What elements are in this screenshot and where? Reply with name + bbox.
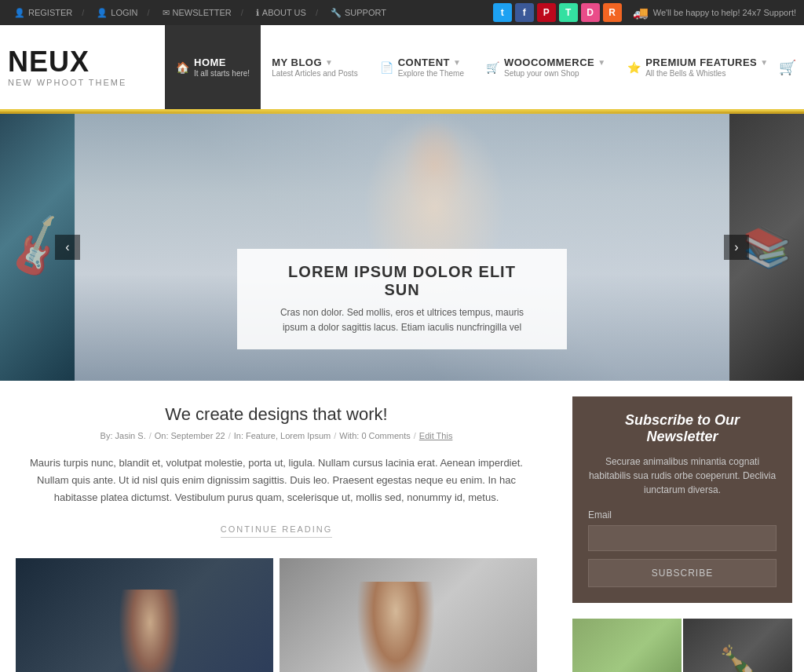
content-area: We create designs that work! By: Jasin S… (0, 381, 804, 672)
hero-slider: ‹ LOREM IPSUM DOLOR ELIT SUN Cras non do… (0, 114, 804, 381)
thumb-item-2 (280, 558, 537, 672)
sidebar-images (572, 619, 792, 672)
continue-reading: CONTINUE READING (16, 522, 537, 535)
article-title: We create designs that work! (16, 404, 537, 425)
content-dropdown-arrow: ▼ (453, 58, 461, 67)
support-icon: 🔧 (331, 8, 342, 18)
logo[interactable]: NEUX NEW WPHOOT THEME (8, 48, 165, 87)
dribbble-icon[interactable]: D (581, 3, 600, 22)
truck-icon: 🚚 (633, 5, 649, 20)
nav-home-sub: It all starts here! (194, 69, 250, 78)
newsletter-title: Subscribe to Our Newsletter (588, 412, 777, 445)
slider-prev-button[interactable]: ‹ (55, 235, 80, 260)
email-field[interactable] (588, 525, 777, 551)
about-icon: ℹ (256, 8, 259, 18)
newsletter-icon: ✉ (163, 8, 170, 18)
header: NEUX NEW WPHOOT THEME 🏠 HOME It all star… (0, 25, 804, 111)
thumb-image-1[interactable] (16, 558, 273, 672)
nav-blog-sub: Latest Articles and Posts (272, 69, 358, 78)
facebook-icon[interactable]: f (515, 3, 534, 22)
logo-title: NEUX (8, 48, 165, 76)
register-link[interactable]: 👤 REGISTER (8, 8, 90, 18)
nav-icons: 🛒 🔍 (779, 25, 804, 109)
user-icon: 👤 (14, 8, 25, 18)
subscribe-button[interactable]: SUBSCRIBE (588, 559, 777, 587)
main-content: We create designs that work! By: Jasin S… (0, 381, 561, 672)
slider-main: LOREM IPSUM DOLOR ELIT SUN Cras non dolo… (75, 114, 729, 381)
main-nav: 🏠 HOME It all starts here! MY BLOG ▼ Lat… (165, 25, 804, 109)
slider-next-button[interactable]: › (724, 235, 749, 260)
newsletter-description: Securae animalibus minantia cognati habi… (588, 455, 777, 497)
top-bar: 👤 REGISTER 👤 LOGIN ✉ NEWSLETTER ℹ ABOUT … (0, 0, 804, 25)
home-icon: 🏠 (176, 61, 189, 74)
nav-woo-sub: Setup your own Shop (504, 69, 605, 78)
article-meta: By: Jasin S. / On: September 22 / In: Fe… (16, 431, 537, 440)
newsletter-box: Subscribe to Our Newsletter Securae anim… (572, 396, 792, 603)
top-bar-right: t f P T D R 🚚 We'll be happy to help! 24… (493, 3, 796, 22)
woo-dropdown-arrow: ▼ (598, 58, 605, 67)
meta-with: With: 0 Comments (339, 431, 410, 440)
nav-premium-sub: All the Bells & Whistles (645, 69, 768, 78)
about-link[interactable]: ℹ ABOUT US (250, 8, 324, 18)
support-text: 🚚 We'll be happy to help! 24x7 Support! (633, 5, 796, 20)
thumbnails-row (16, 558, 537, 672)
nav-home-label: HOME (194, 57, 250, 68)
article-body: Mauris turpis nunc, blandit et, volutpat… (16, 455, 537, 506)
thumb-image-2[interactable] (280, 558, 537, 672)
pinterest-icon[interactable]: P (537, 3, 556, 22)
twitter-icon[interactable]: t (493, 3, 512, 22)
top-bar-links: 👤 REGISTER 👤 LOGIN ✉ NEWSLETTER ℹ ABOUT … (8, 8, 393, 18)
thumb-item-1 (16, 558, 273, 672)
nav-item-content[interactable]: 📄 CONTENT ▼ Explore the Theme (369, 25, 475, 109)
slider-caption-text: Cras non dolor. Sed mollis, eros et ultr… (269, 305, 535, 335)
meta-edit[interactable]: Edit This (419, 431, 453, 440)
premium-dropdown-arrow: ▼ (760, 58, 768, 67)
support-link[interactable]: 🔧 SUPPORT (324, 8, 393, 18)
sidebar-image-2[interactable] (683, 619, 792, 672)
meta-in: In: Feature, Lorem Ipsum (234, 431, 331, 440)
premium-icon: ⭐ (627, 61, 641, 74)
nav-blog-label: MY BLOG (272, 57, 322, 68)
sidebar: Subscribe to Our Newsletter Securae anim… (561, 381, 804, 672)
nav-content-label: CONTENT (398, 57, 450, 68)
nav-woo-label: WOOCOMMERCE (504, 57, 594, 68)
cart-icon[interactable]: 🛒 (779, 59, 796, 76)
email-label: Email (588, 509, 777, 520)
nav-item-blog[interactable]: MY BLOG ▼ Latest Articles and Posts (261, 25, 369, 109)
newsletter-link[interactable]: ✉ NEWSLETTER (156, 8, 250, 18)
tripadvisor-icon[interactable]: T (559, 3, 578, 22)
nav-item-woocommerce[interactable]: 🛒 WOOCOMMERCE ▼ Setup your own Shop (475, 25, 616, 109)
slider-caption: LOREM IPSUM DOLOR ELIT SUN Cras non dolo… (237, 249, 567, 349)
nav-content-sub: Explore the Theme (398, 69, 464, 78)
meta-by: By: Jasin S. (100, 431, 146, 440)
content-icon: 📄 (380, 61, 393, 74)
sidebar-image-1[interactable] (572, 619, 682, 672)
woocommerce-icon: 🛒 (486, 61, 499, 74)
rss-icon[interactable]: R (603, 3, 622, 22)
nav-premium-label: PREMIUM FEATURES (645, 57, 757, 68)
nav-item-home[interactable]: 🏠 HOME It all starts here! (165, 25, 261, 109)
slider-caption-title: LOREM IPSUM DOLOR ELIT SUN (269, 263, 535, 299)
nav-item-premium[interactable]: ⭐ PREMIUM FEATURES ▼ All the Bells & Whi… (616, 25, 779, 109)
login-link[interactable]: 👤 LOGIN (90, 8, 155, 18)
blog-dropdown-arrow: ▼ (325, 58, 333, 67)
continue-reading-link[interactable]: CONTINUE READING (221, 524, 333, 538)
meta-on: On: September 22 (155, 431, 225, 440)
logo-subtitle: NEW WPHOOT THEME (8, 78, 165, 87)
login-user-icon: 👤 (97, 8, 108, 18)
